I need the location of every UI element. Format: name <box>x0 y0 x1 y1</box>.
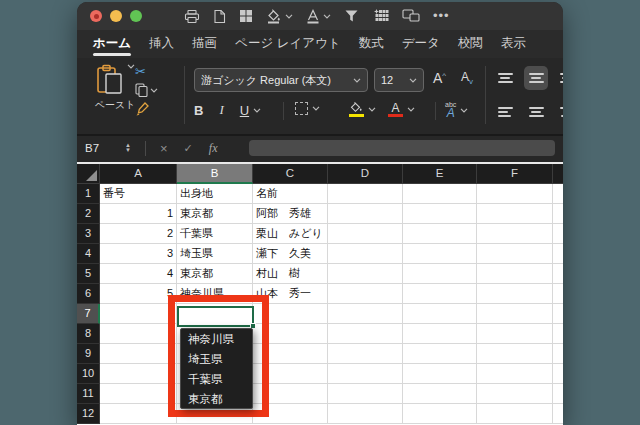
cell-partial[interactable] <box>553 244 563 264</box>
cell-partial[interactable] <box>553 264 563 284</box>
cell-partial[interactable] <box>553 404 563 424</box>
phonetic-guide-button[interactable]: abc A <box>445 102 468 119</box>
new-document-icon[interactable] <box>213 9 226 24</box>
cell-c1[interactable]: 名前 <box>253 184 328 204</box>
dropdown-item-1[interactable]: 埼玉県 <box>181 349 252 369</box>
dropdown-item-0[interactable]: 神奈川県 <box>181 329 252 349</box>
dropdown-item-2[interactable]: 千葉県 <box>181 369 252 389</box>
cell-d5[interactable] <box>328 264 403 284</box>
row-header-12[interactable]: 12 <box>77 404 100 424</box>
minimize-button[interactable] <box>110 10 122 22</box>
cell-d12[interactable] <box>328 404 403 424</box>
cell-d9[interactable] <box>328 344 403 364</box>
row-header-2[interactable]: 2 <box>77 204 100 224</box>
align-middle-button[interactable] <box>524 66 548 90</box>
cell-partial[interactable] <box>553 384 563 404</box>
cell-a9[interactable] <box>100 344 177 364</box>
column-header-d[interactable]: D <box>328 164 403 184</box>
cell-f12[interactable] <box>477 404 553 424</box>
bold-button[interactable]: B <box>194 103 203 118</box>
cell-partial[interactable] <box>553 364 563 384</box>
font-size-combo[interactable]: 12 <box>374 68 424 92</box>
cell-partial[interactable] <box>553 304 563 324</box>
copy-button[interactable] <box>135 83 158 97</box>
cell-e8[interactable] <box>403 324 477 344</box>
column-header-b[interactable]: B <box>177 164 253 184</box>
cell-c4[interactable]: 瀬下 久美 <box>253 244 328 264</box>
align-top-button[interactable] <box>493 66 517 90</box>
cell-a3[interactable]: 2 <box>100 224 177 244</box>
cell-a11[interactable] <box>100 384 177 404</box>
cell-b2[interactable]: 東京都 <box>177 204 253 224</box>
cell-d11[interactable] <box>328 384 403 404</box>
cell-f9[interactable] <box>477 344 553 364</box>
tab-1[interactable]: 挿入 <box>149 30 174 58</box>
cell-f1[interactable] <box>477 184 553 204</box>
row-header-7[interactable]: 7 <box>77 304 100 324</box>
cell-a6[interactable]: 5 <box>100 284 177 304</box>
align-left-button[interactable] <box>493 100 517 124</box>
tab-7[interactable]: 表示 <box>501 30 526 58</box>
select-all-corner[interactable] <box>77 164 100 184</box>
cell-f4[interactable] <box>477 244 553 264</box>
cell-a12[interactable] <box>100 404 177 424</box>
cut-button[interactable]: ✂ <box>135 65 146 78</box>
tab-6[interactable]: 校閲 <box>458 30 483 58</box>
cell-e10[interactable] <box>403 364 477 384</box>
row-header-10[interactable]: 10 <box>77 364 100 384</box>
column-header-e[interactable]: E <box>403 164 477 184</box>
cell-b4[interactable]: 埼玉県 <box>177 244 253 264</box>
cell-f7[interactable] <box>477 304 553 324</box>
cell-partial[interactable] <box>553 324 563 344</box>
font-name-combo[interactable]: 游ゴシック Regular (本文) <box>194 68 368 92</box>
cell-a8[interactable] <box>100 324 177 344</box>
cell-e2[interactable] <box>403 204 477 224</box>
row-header-4[interactable]: 4 <box>77 244 100 264</box>
column-header-c[interactable]: C <box>253 164 328 184</box>
cell-b5[interactable]: 東京都 <box>177 264 253 284</box>
column-header-f[interactable]: F <box>477 164 553 184</box>
cell-d1[interactable] <box>328 184 403 204</box>
cell-f6[interactable] <box>477 284 553 304</box>
cell-d3[interactable] <box>328 224 403 244</box>
enter-icon[interactable]: ✓ <box>176 142 201 155</box>
formula-input[interactable] <box>249 140 555 156</box>
fill-color-button[interactable] <box>349 102 376 117</box>
row-header-8[interactable]: 8 <box>77 324 100 344</box>
tab-0[interactable]: ホーム <box>93 30 131 58</box>
cell-b3[interactable]: 千葉県 <box>177 224 253 244</box>
cancel-icon[interactable]: × <box>152 141 176 156</box>
cell-f8[interactable] <box>477 324 553 344</box>
cell-e4[interactable] <box>403 244 477 264</box>
cell-f11[interactable] <box>477 384 553 404</box>
grow-font-button[interactable]: A^ <box>433 70 446 86</box>
cell-f3[interactable] <box>477 224 553 244</box>
cell-f10[interactable] <box>477 364 553 384</box>
name-box-stepper[interactable]: ▲▼ <box>125 143 131 153</box>
italic-button[interactable]: I <box>219 102 223 118</box>
app-grid-icon[interactable] <box>239 9 253 23</box>
zoom-button[interactable] <box>130 10 142 22</box>
cell-f2[interactable] <box>477 204 553 224</box>
cell-partial[interactable] <box>553 204 563 224</box>
align-right-button[interactable] <box>555 100 563 124</box>
row-header-1[interactable]: 1 <box>77 184 100 204</box>
align-center-button[interactable] <box>524 100 548 124</box>
cell-e1[interactable] <box>403 184 477 204</box>
cell-a1[interactable]: 番号 <box>100 184 177 204</box>
cell-partial[interactable] <box>553 184 563 204</box>
cell-partial[interactable] <box>553 344 563 364</box>
cell-partial[interactable] <box>553 224 563 244</box>
format-painter-button[interactable] <box>135 102 150 116</box>
cell-a7[interactable] <box>100 304 177 324</box>
filter-icon[interactable] <box>344 9 359 23</box>
switch-windows-icon[interactable] <box>402 9 420 23</box>
cell-c2[interactable]: 阿部 秀雄 <box>253 204 328 224</box>
cell-a10[interactable] <box>100 364 177 384</box>
cell-d4[interactable] <box>328 244 403 264</box>
name-box[interactable]: B7 ▲▼ <box>77 142 139 154</box>
cell-partial[interactable] <box>553 284 563 304</box>
tab-2[interactable]: 描画 <box>192 30 217 58</box>
row-header-5[interactable]: 5 <box>77 264 100 284</box>
pivot-table-icon[interactable] <box>372 9 389 24</box>
